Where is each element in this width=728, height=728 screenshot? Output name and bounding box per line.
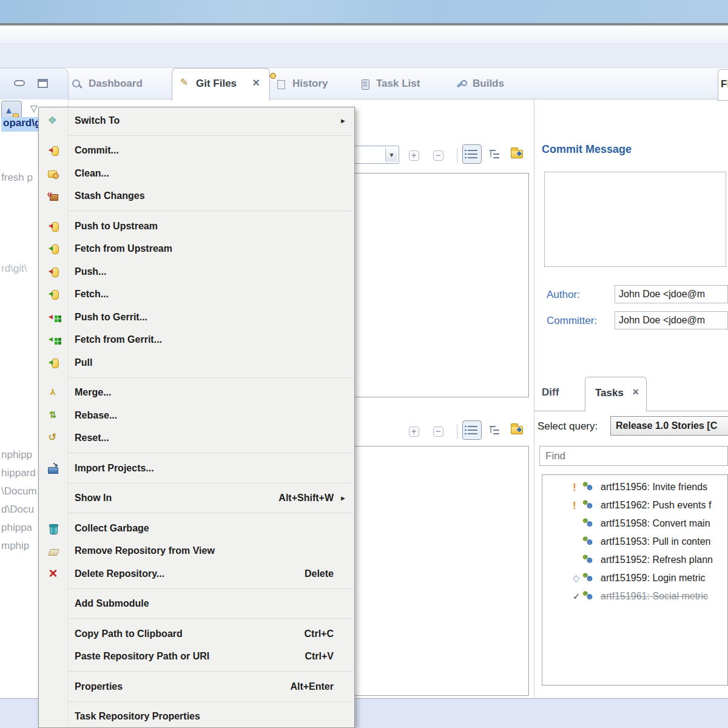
minimize-icon[interactable] [11,75,28,92]
context-menu-item[interactable]: Reset... ► [39,427,354,450]
context-menu-item[interactable]: Push to Upstream ► [39,215,354,238]
menu-item-icon [48,629,59,639]
menu-item-icon [48,168,59,179]
context-menu-item[interactable]: Import Projects... ► [39,457,354,480]
context-menu-item[interactable]: Switch To ► [39,109,354,132]
menu-separator [39,207,354,215]
context-menu-item[interactable]: Merge... ► [39,382,354,405]
menu-item-icon [48,681,59,692]
view-menu-icon[interactable]: ▽ [30,103,38,114]
context-menu-item[interactable]: Push... ► [39,260,354,283]
menu-item-icon [48,651,59,662]
context-menu-item[interactable]: Pull ► [39,351,354,374]
task-list-item[interactable]: artf151953: Pull in conten [542,534,727,552]
hierarchical-presentation-icon[interactable] [487,422,504,439]
context-menu-item[interactable]: Copy Path to Clipboard Ctrl+C ► [39,622,354,645]
find-input[interactable] [539,446,728,466]
task-people-icon [581,571,596,584]
collapse-all-icon[interactable] [430,147,447,164]
tab-history[interactable]: History [292,78,328,90]
committer-field[interactable] [615,311,728,329]
tab-partial[interactable]: Fi [718,69,728,101]
menu-separator [39,698,354,706]
context-menu-item[interactable]: Commit... ► [39,140,354,163]
chevron-down-icon[interactable]: ▼ [385,147,397,162]
task-marker-icon [573,482,581,494]
task-list-item[interactable]: artf151952: Refresh plann [542,552,727,570]
close-icon[interactable]: × [632,386,639,399]
menu-item-icon [48,568,59,579]
expand-all-icon[interactable] [405,423,422,440]
query-dropdown[interactable]: Release 1.0 Stories [C [610,416,728,436]
context-menu-item[interactable]: Fetch... ► [39,283,354,306]
menu-separator [39,374,354,382]
submenu-arrow-icon: ► [340,117,354,124]
tab-diff[interactable]: Diff [542,386,559,399]
working-directory-icon[interactable] [508,146,525,163]
context-menu-item[interactable]: Fetch from Upstream ► [39,238,354,261]
menu-separator [39,132,354,140]
tab-tasks[interactable]: Tasks × [585,377,647,411]
menu-item-icon [48,493,59,504]
tab-dashboard[interactable]: Dashboard [89,78,143,90]
task-list-item[interactable]: artf151956: Invite friends [542,479,727,497]
menu-item-icon [48,523,59,534]
pencil-icon: ✎ [180,76,188,88]
context-menu-item[interactable]: Rebase... ► [39,404,354,427]
context-menu-item[interactable]: Collect Garbage ► [39,517,354,540]
tab-builds[interactable]: Builds [473,78,504,90]
working-directory-icon[interactable] [508,422,525,439]
commit-message-input[interactable] [544,172,726,267]
menu-item-icon [48,289,59,300]
main-toolbar: Y ⇄ [0,44,728,68]
context-menu-item[interactable]: Task Repository Properties ► [39,706,354,728]
author-label: Author: [547,289,580,301]
shortcut-label: Ctrl+V [305,651,334,662]
context-menu-item[interactable]: Clean... ► [39,162,354,185]
context-menu-item[interactable]: Properties Alt+Enter ► [39,675,354,698]
flat-presentation-icon[interactable] [462,420,482,440]
repository-context-menu: Switch To ► Commit... ► Clean... ► Stash… [38,107,355,728]
menu-separator [39,480,354,487]
collapse-all-icon[interactable] [430,423,447,440]
submenu-arrow-icon: ► [340,494,354,502]
task-list-item[interactable]: artf151958: Convert main [542,516,727,534]
menu-item-icon [48,334,59,345]
menu-separator [39,450,354,457]
menu-item-icon [48,266,59,277]
task-list-item[interactable]: artf151961: Social metric [542,588,727,607]
shortcut-label: Ctrl+C [305,629,334,639]
menu-item-icon [48,410,59,421]
task-list-panel: artf151956: Invite friends artf151962: P… [542,474,728,686]
task-people-icon [581,516,596,530]
context-menu-item[interactable]: Delete Repository... Delete ► [39,562,354,585]
context-menu-item[interactable]: Remove Repository from View ► [39,540,354,563]
hierarchical-presentation-icon[interactable] [487,146,504,163]
context-menu-item[interactable]: Paste Repository Path or URI Ctrl+V ► [39,645,354,669]
context-menu-item[interactable]: Fetch from Gerrit... ► [39,329,354,352]
maximize-icon[interactable] [34,75,51,92]
committer-label: Committer: [547,315,597,327]
task-list-item[interactable]: artf151962: Push events f [542,497,727,516]
select-query-label: Select query: [538,420,598,433]
menu-item-icon [48,545,59,556]
context-menu-item[interactable]: Show In Alt+Shift+W ► [39,487,354,510]
author-field[interactable] [615,285,728,303]
menu-item-icon [48,312,59,323]
menu-item-icon [48,598,59,609]
flat-presentation-icon[interactable] [462,144,482,164]
tab-git-files[interactable]: ✎ Git Files × [172,68,270,101]
menu-separator [39,668,354,675]
context-menu-item[interactable]: Add Submodule ► [39,593,354,616]
context-menu-item[interactable]: Push to Gerrit... ► [39,306,354,329]
menu-item-icon [48,357,59,368]
expand-all-icon[interactable] [405,147,422,164]
menu-item-icon [48,145,59,156]
desktop-background [0,0,728,23]
menu-item-icon [48,387,59,398]
task-people-icon [581,589,596,602]
context-menu-item[interactable]: Stash Changes ► [39,185,354,208]
task-list-item[interactable]: artf151959: Login metric [542,570,727,588]
tab-task-list[interactable]: Task List [376,78,420,90]
close-icon[interactable]: × [252,76,260,90]
